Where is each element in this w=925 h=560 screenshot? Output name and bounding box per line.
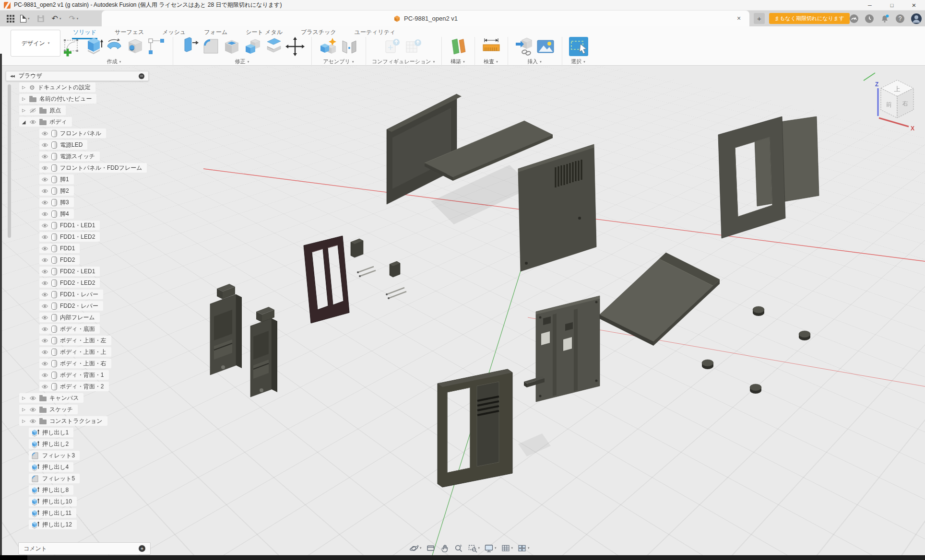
shell-button[interactable] [221, 36, 242, 57]
browser-row[interactable]: ▷ ◢ ⚙ フロントパネル [0, 128, 202, 139]
document-tab[interactable]: PC-9881_open2 v1 × [102, 11, 749, 26]
document-tab-close-button[interactable]: × [735, 14, 743, 23]
user-avatar[interactable] [911, 13, 922, 24]
feature-row[interactable]: 押し出し2 [0, 438, 202, 450]
move-copy-button[interactable] [285, 36, 306, 57]
add-comment-icon[interactable]: + [139, 545, 145, 552]
select-button[interactable] [568, 36, 589, 57]
save-button[interactable] [37, 15, 44, 22]
new-document-tab-button[interactable]: + [754, 13, 765, 24]
orbit-button[interactable]: ▾ [409, 543, 422, 553]
measure-button[interactable] [481, 36, 502, 57]
combine-button[interactable] [242, 36, 263, 57]
view-cube[interactable]: 上 前 右 Z X [859, 67, 925, 132]
redo-button[interactable]: ↷▾ [69, 15, 78, 23]
visibility-eye-icon[interactable] [41, 303, 48, 309]
browser-row[interactable]: ▷ ◢ ⚙ コンストラクション [0, 415, 202, 427]
group-label-configuration[interactable]: コンフィギュレーション▼ [372, 58, 436, 65]
file-menu-button[interactable]: ▾ [20, 15, 30, 23]
hole-button[interactable] [125, 36, 146, 57]
browser-row[interactable]: ▷ ◢ ⚙ ボディ・上面・上 [0, 346, 202, 358]
visibility-eye-icon[interactable] [41, 234, 48, 240]
notification-bell-icon[interactable] [880, 14, 889, 23]
license-warning-button[interactable]: まもなく期限切れになります [769, 13, 850, 24]
comment-bar[interactable]: コメント + [18, 542, 151, 555]
browser-row[interactable]: ▷ ◢ ⚙ FDD1 [0, 243, 202, 254]
part-power-switch[interactable] [351, 239, 363, 257]
browser-row[interactable]: ▷ ◢ ⚙ FDD1・LED2 [0, 231, 202, 243]
split-body-button[interactable] [263, 36, 285, 57]
timeline-strip[interactable] [0, 555, 925, 560]
display-settings-button[interactable]: ▾ [484, 543, 497, 553]
browser-row[interactable]: ▷ ◢ ⚙ スケッチ [0, 404, 202, 415]
browser-row[interactable]: ▷ ◢ ⚙ FDD2・レバー [0, 300, 202, 312]
part-body-top-left[interactable] [387, 94, 462, 204]
browser-row[interactable]: ▷ ◢ ⚙ 電源スイッチ [0, 151, 202, 162]
visibility-eye-icon[interactable] [41, 280, 48, 286]
visibility-eye-icon[interactable] [29, 407, 36, 412]
expand-arrow-icon[interactable]: ▷ [21, 96, 26, 101]
part-body-bottom-plate[interactable] [600, 253, 720, 346]
browser-row[interactable]: ▷ ◢ ⚙ キャンバス [0, 392, 202, 404]
feature-row[interactable]: 押し出し4 [0, 461, 202, 473]
group-label-assemble[interactable]: アセンブリ▼ [323, 58, 354, 65]
fit-button[interactable]: ▾ [468, 543, 480, 553]
group-label-select[interactable]: 選択▼ [571, 58, 586, 65]
undo-button[interactable]: ↶▾ [52, 15, 61, 23]
browser-row[interactable]: ▷ ◢ ⚙ FDD1・レバー [0, 289, 202, 300]
group-label-inspect[interactable]: 検査▼ [484, 58, 498, 65]
browser-row[interactable]: ▷ ◢ ⚙ ボディ・背面・1 [0, 369, 202, 381]
grid-settings-button[interactable]: ▾ [501, 543, 513, 553]
part-fdd-frame[interactable] [304, 236, 349, 323]
feature-row[interactable]: 押し出し10 [0, 496, 202, 507]
browser-row[interactable]: ▷ ◢ ⚙ 脚2 [0, 185, 202, 197]
create-sketch-button[interactable] [61, 36, 83, 57]
visibility-eye-icon[interactable] [41, 384, 48, 389]
browser-row[interactable]: ▷ ◢ ⚙ 脚4 [0, 208, 202, 220]
group-label-create[interactable]: 作成▼ [107, 58, 122, 65]
window-maximize-button[interactable]: □ [881, 0, 903, 10]
browser-row[interactable]: ▷ ◢ ⚙ FDD2 [0, 254, 202, 266]
feature-row[interactable]: 押し出し8 [0, 484, 202, 496]
expand-arrow-icon[interactable]: ▷ [21, 419, 26, 423]
job-status-icon[interactable] [849, 14, 859, 23]
visibility-eye-icon[interactable] [41, 165, 48, 171]
visibility-eye-icon[interactable] [29, 396, 36, 401]
browser-row[interactable]: ▷ ◢ ⚙ 脚1 [0, 174, 202, 185]
feature-row[interactable]: 押し出し1 [0, 427, 202, 438]
visibility-eye-icon[interactable] [41, 269, 48, 274]
group-label-insert[interactable]: 挿入▼ [527, 58, 542, 65]
construction-plane-button[interactable] [448, 36, 469, 57]
part-body-rear-frame[interactable] [718, 117, 785, 238]
pattern-button[interactable] [146, 36, 167, 57]
browser-row[interactable]: ▷ ◢ ⚙ FDD1・LED1 [0, 220, 202, 231]
browser-row[interactable]: ▷ ◢ ⚙ 内部フレーム [0, 312, 202, 323]
collapse-arrow-icon[interactable]: ◢ [21, 119, 26, 125]
feature-row[interactable]: 押し出し11 [0, 507, 202, 519]
browser-row[interactable]: ▷ ◢ ⚙ FDD2・LED1 [0, 266, 202, 277]
joint-button[interactable] [339, 36, 360, 57]
extrude-button[interactable] [83, 36, 104, 57]
viewport-3d[interactable]: 上 前 右 Z X ◀◀ ブラウザ ▷ [0, 66, 925, 560]
group-label-modify[interactable]: 修正▼ [235, 58, 250, 65]
browser-row[interactable]: ▷ ◢ ⚙ 電源LED [0, 139, 202, 151]
visibility-eye-icon[interactable] [41, 315, 48, 320]
feature-row[interactable]: フィレット5 [0, 473, 202, 484]
expand-arrow-icon[interactable]: ▷ [21, 108, 26, 113]
configuration-table-button[interactable] [403, 36, 425, 57]
app-grid-menu-button[interactable] [7, 18, 12, 20]
browser-row[interactable]: ▷ ◢ ⚙ 脚3 [0, 197, 202, 208]
visibility-eye-icon[interactable] [41, 350, 48, 355]
visibility-eye-icon[interactable] [41, 361, 48, 366]
insert-derive-button[interactable] [514, 36, 535, 57]
browser-row[interactable]: ▷ ◢ ⚙ フロントパネル・FDDフレーム [0, 162, 202, 174]
history-clock-icon[interactable] [865, 14, 874, 23]
collapse-panel-icon[interactable]: ◀◀ [10, 74, 14, 78]
browser-row[interactable]: ▷ ◢ ⚙ ドキュメントの設定 [0, 82, 202, 93]
expand-arrow-icon[interactable]: ▷ [21, 407, 26, 412]
visibility-eye-icon[interactable] [41, 257, 48, 263]
visibility-eye-icon[interactable] [41, 177, 48, 182]
part-internal-frame[interactable] [536, 296, 600, 402]
visibility-eye-off-icon[interactable] [29, 108, 36, 113]
browser-row[interactable]: ▷ ◢ ⚙ 原点 [0, 105, 202, 116]
